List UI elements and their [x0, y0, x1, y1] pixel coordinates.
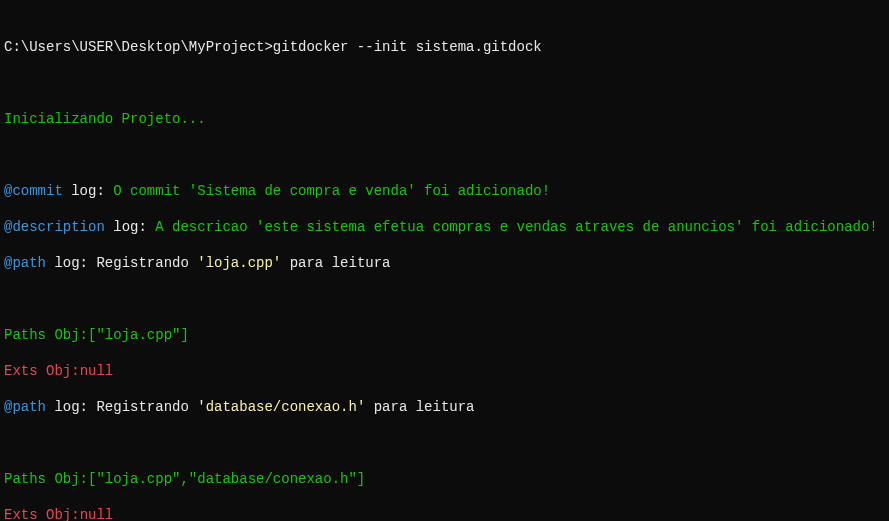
msg: A descricao 'este sistema efetua compras…: [147, 219, 878, 235]
tag: @commit: [4, 183, 63, 199]
rest: para leitura: [281, 255, 390, 271]
paths-line: Paths Obj:["loja.cpp","database/conexao.…: [4, 470, 885, 488]
paths-value: ["loja.cpp"]: [88, 327, 189, 343]
blank-line: [4, 146, 885, 164]
label: log: Registrando: [46, 255, 197, 271]
exts-value: null: [80, 507, 114, 521]
log-line: @path log: Registrando 'loja.cpp' para l…: [4, 254, 885, 272]
exts-label: Exts Obj:: [4, 363, 80, 379]
prompt-path: C:\Users\USER\Desktop\MyProject>: [4, 39, 273, 55]
paths-label: Paths Obj:: [4, 471, 88, 487]
exts-label: Exts Obj:: [4, 507, 80, 521]
label: log:: [63, 183, 105, 199]
blank-line: [4, 74, 885, 92]
paths-value: ["loja.cpp","database/conexao.h"]: [88, 471, 365, 487]
paths-line: Paths Obj:["loja.cpp"]: [4, 326, 885, 344]
tag: @path: [4, 255, 46, 271]
path: 'loja.cpp': [197, 255, 281, 271]
exts-line: Exts Obj:null: [4, 362, 885, 380]
blank-line: [4, 434, 885, 452]
rest: para leitura: [365, 399, 474, 415]
init-line: Inicializando Projeto...: [4, 110, 885, 128]
log-line: @description log: A descricao 'este sist…: [4, 218, 885, 236]
exts-line: Exts Obj:null: [4, 506, 885, 521]
path: 'database/conexao.h': [197, 399, 365, 415]
log-line: @path log: Registrando 'database/conexao…: [4, 398, 885, 416]
exts-value: null: [80, 363, 114, 379]
label: log: Registrando: [46, 399, 197, 415]
command-text: gitdocker --init sistema.gitdock: [273, 39, 542, 55]
msg: O commit 'Sistema de compra e venda' foi…: [105, 183, 550, 199]
paths-label: Paths Obj:: [4, 327, 88, 343]
blank-line: [4, 290, 885, 308]
tag: @path: [4, 399, 46, 415]
tag: @description: [4, 219, 105, 235]
prompt-line-1: C:\Users\USER\Desktop\MyProject>gitdocke…: [4, 38, 885, 56]
log-line: @commit log: O commit 'Sistema de compra…: [4, 182, 885, 200]
label: log:: [105, 219, 147, 235]
